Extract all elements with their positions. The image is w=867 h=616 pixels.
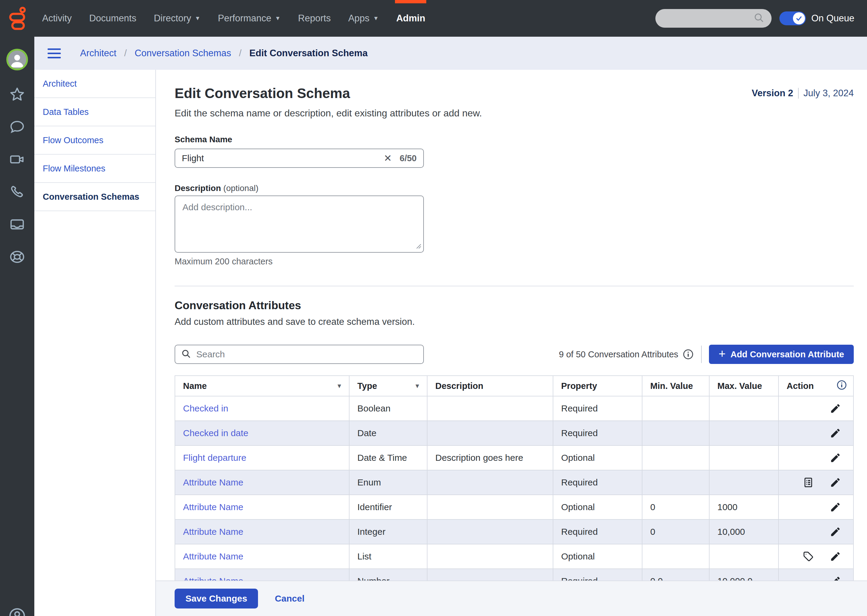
attribute-description [427,520,553,544]
attribute-type: List [350,544,427,569]
table-header-row: Name ▼ Type ▼ Description Property Min. … [175,376,853,396]
char-counter: 6/50 [400,153,417,163]
attribute-name-link[interactable]: Attribute Name [175,495,350,519]
attribute-min: 0 [642,520,709,544]
form-footer: Save Changes Cancel [156,580,867,616]
breadcrumb-architect[interactable]: Architect [80,48,117,59]
genesys-logo[interactable] [0,0,34,37]
clear-input-icon[interactable]: ✕ [384,152,392,164]
attribute-type: Date & Time [350,446,427,470]
search-icon [753,12,765,25]
sidebar-item-architect[interactable]: Architect [34,70,155,98]
section-divider [175,286,854,286]
enum-values-list-icon[interactable] [802,477,814,488]
attribute-min [642,470,709,495]
attribute-name-link[interactable]: Checked in [175,396,350,421]
nav-directory[interactable]: Directory▼ [154,0,200,37]
info-icon[interactable] [836,380,847,393]
attribute-property: Required [553,520,642,544]
attribute-type: Integer [350,520,427,544]
column-header-name[interactable]: Name ▼ [175,376,350,396]
search-icon [181,348,191,360]
edit-pencil-icon[interactable] [830,501,841,513]
nav-admin[interactable]: Admin [396,0,425,37]
global-search-input[interactable] [655,9,772,28]
attribute-type: Boolean [350,396,427,421]
table-row: Checked in Boolean Required [175,396,853,421]
nav-activity[interactable]: Activity [42,0,72,37]
nav-reports[interactable]: Reports [298,0,331,37]
attribute-name-link[interactable]: Attribute Name [175,520,350,544]
topbar-right-group: On Queue [655,9,867,28]
schema-name-input[interactable] [182,153,384,163]
video-icon[interactable] [9,151,25,168]
tag-icon[interactable] [802,551,814,562]
top-app-bar: Activity Documents Directory▼ Performanc… [0,0,867,37]
attribute-name-link[interactable]: Attribute Name [175,544,350,569]
main-content: Edit Conversation Schema Version 2 July … [156,70,867,616]
sidebar-item-flow-outcomes[interactable]: Flow Outcomes [34,126,155,155]
save-button[interactable]: Save Changes [175,589,258,608]
table-row: Attribute Name Integer Required 0 10,000 [175,519,853,544]
sort-caret-icon[interactable]: ▼ [414,383,420,390]
attribute-description [427,396,553,421]
edit-pencil-icon[interactable] [830,526,841,537]
sidebar-item-data-tables[interactable]: Data Tables [34,98,155,126]
attribute-property: Required [553,421,642,445]
phone-icon[interactable] [9,184,25,200]
nav-documents[interactable]: Documents [89,0,136,37]
on-queue-toggle[interactable] [779,11,806,25]
sidebar-item-flow-milestones[interactable]: Flow Milestones [34,155,155,183]
description-textarea[interactable] [175,195,424,253]
attribute-min [642,421,709,445]
edit-pencil-icon[interactable] [830,427,841,439]
favorites-star-icon[interactable] [9,86,25,103]
attribute-name-link[interactable]: Flight departure [175,446,350,470]
sort-caret-icon[interactable]: ▼ [336,383,342,390]
version-info: Version 2 July 3, 2024 [752,88,854,99]
cancel-button[interactable]: Cancel [275,594,304,603]
breadcrumb-bar: Architect / Conversation Schemas / Edit … [34,37,867,70]
voicemail-inbox-icon[interactable] [9,216,25,233]
attribute-description [427,470,553,495]
table-row: Attribute Name List Optional [175,544,853,569]
resize-grip-icon[interactable] [415,242,421,250]
table-row: Attribute Name Enum Required [175,470,853,495]
profile-partial-icon[interactable] [8,607,26,616]
attributes-search-input[interactable] [196,349,418,360]
table-row: Checked in date Date Required [175,421,853,445]
description-label: Description (optional) [175,184,854,193]
user-avatar[interactable] [6,49,28,71]
attribute-name-link[interactable]: Attribute Name [175,470,350,495]
attribute-description: Description goes here [427,446,553,470]
breadcrumb-conversation-schemas[interactable]: Conversation Schemas [134,48,231,59]
edit-pencil-icon[interactable] [830,403,841,414]
attribute-property: Optional [553,544,642,569]
column-header-max-value: Max. Value [709,376,779,396]
edit-pencil-icon[interactable] [830,477,841,488]
edit-pencil-icon[interactable] [830,452,841,464]
edit-pencil-icon[interactable] [830,551,841,562]
attribute-min [642,446,709,470]
page-subtitle: Edit the schema name or description, edi… [175,107,854,119]
attributes-count: 9 of 50 Conversation Attributes [559,349,679,360]
column-header-type[interactable]: Type ▼ [350,376,427,396]
chevron-down-icon: ▼ [373,15,379,22]
attribute-max: 10,000 [709,520,779,544]
info-icon[interactable] [683,349,694,360]
attribute-name-link[interactable]: Checked in date [175,421,350,445]
page-title: Edit Conversation Schema [175,85,350,101]
nav-performance[interactable]: Performance▼ [218,0,281,37]
nav-apps[interactable]: Apps▼ [348,0,379,37]
add-conversation-attribute-button[interactable]: + Add Conversation Attribute [709,345,854,364]
chat-icon[interactable] [9,118,25,135]
plus-icon: + [719,348,725,360]
admin-left-nav: Architect Data Tables Flow Outcomes Flow… [34,70,156,616]
icon-sidebar [0,37,34,616]
sidebar-item-conversation-schemas[interactable]: Conversation Schemas [34,183,155,211]
menu-hamburger-icon[interactable] [47,49,61,58]
toggle-knob [793,13,805,24]
help-ring-icon[interactable] [9,248,25,265]
table-row: Flight departure Date & Time Description… [175,445,853,470]
chevron-down-icon: ▼ [275,15,281,22]
